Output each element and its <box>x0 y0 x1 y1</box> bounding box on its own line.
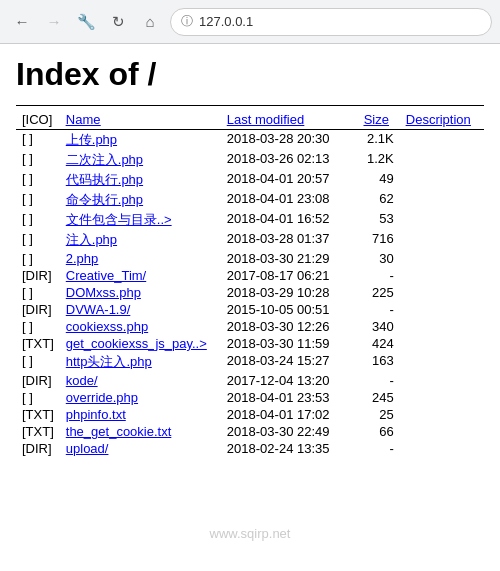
cell-ico: [ ] <box>16 210 60 230</box>
cell-date: 2018-04-01 16:52 <box>221 210 358 230</box>
cell-name: get_cookiexss_js_pay..> <box>60 335 221 352</box>
cell-ico: [ ] <box>16 250 60 267</box>
cell-ico: [TXT] <box>16 335 60 352</box>
cell-date: 2018-03-30 21:29 <box>221 250 358 267</box>
cell-desc <box>400 210 484 230</box>
cell-name: upload/ <box>60 440 221 457</box>
table-row: [ ]代码执行.php2018-04-01 20:5749 <box>16 170 484 190</box>
cell-size: 340 <box>358 318 400 335</box>
table-row: [ ]上传.php2018-03-28 20:302.1K <box>16 130 484 151</box>
cell-desc <box>400 372 484 389</box>
cell-date: 2018-03-30 12:26 <box>221 318 358 335</box>
file-link[interactable]: 二次注入.php <box>66 152 143 167</box>
table-header-row: [ICO] Name Last modified Size Descriptio… <box>16 110 484 130</box>
cell-size: - <box>358 372 400 389</box>
file-link[interactable]: 注入.php <box>66 232 117 247</box>
file-link[interactable]: kode/ <box>66 373 98 388</box>
cell-date: 2018-04-01 23:53 <box>221 389 358 406</box>
cell-desc <box>400 267 484 284</box>
cell-date: 2015-10-05 00:51 <box>221 301 358 318</box>
table-row: [ ]文件包含与目录..>2018-04-01 16:5253 <box>16 210 484 230</box>
cell-ico: [DIR] <box>16 440 60 457</box>
url-text: 127.0.0.1 <box>199 14 253 29</box>
address-bar[interactable]: ⓘ 127.0.0.1 <box>170 8 492 36</box>
cell-name: 上传.php <box>60 130 221 151</box>
cell-size: 225 <box>358 284 400 301</box>
cell-ico: [TXT] <box>16 406 60 423</box>
table-row: [ ]2.php2018-03-30 21:2930 <box>16 250 484 267</box>
cell-size: 716 <box>358 230 400 250</box>
file-link[interactable]: override.php <box>66 390 138 405</box>
cell-desc <box>400 301 484 318</box>
file-link[interactable]: the_get_cookie.txt <box>66 424 172 439</box>
cell-date: 2018-03-29 10:28 <box>221 284 358 301</box>
file-link[interactable]: get_cookiexss_js_pay..> <box>66 336 207 351</box>
header-desc[interactable]: Description <box>400 110 484 130</box>
cell-ico: [ ] <box>16 190 60 210</box>
file-link[interactable]: DVWA-1.9/ <box>66 302 131 317</box>
forward-button[interactable]: → <box>40 8 68 36</box>
cell-date: 2018-03-26 02:13 <box>221 150 358 170</box>
table-row: [ ]DOMxss.php2018-03-29 10:28225 <box>16 284 484 301</box>
cell-desc <box>400 150 484 170</box>
tools-button[interactable]: 🔧 <box>72 8 100 36</box>
cell-date: 2017-12-04 13:20 <box>221 372 358 389</box>
back-button[interactable]: ← <box>8 8 36 36</box>
cell-name: DOMxss.php <box>60 284 221 301</box>
title-divider <box>16 105 484 106</box>
table-row: [ ]cookiexss.php2018-03-30 12:26340 <box>16 318 484 335</box>
file-link[interactable]: phpinfo.txt <box>66 407 126 422</box>
file-link[interactable]: 2.php <box>66 251 99 266</box>
cell-size: - <box>358 301 400 318</box>
home-button[interactable]: ⌂ <box>136 8 164 36</box>
header-lastmod[interactable]: Last modified <box>221 110 358 130</box>
cell-date: 2018-03-30 22:49 <box>221 423 358 440</box>
cell-ico: [DIR] <box>16 301 60 318</box>
reload-button[interactable]: ↻ <box>104 8 132 36</box>
cell-size: - <box>358 267 400 284</box>
file-link[interactable]: DOMxss.php <box>66 285 141 300</box>
nav-buttons: ← → 🔧 ↻ ⌂ <box>8 8 164 36</box>
cell-ico: [DIR] <box>16 267 60 284</box>
header-size[interactable]: Size <box>358 110 400 130</box>
directory-table: [ICO] Name Last modified Size Descriptio… <box>16 110 484 457</box>
cell-size: 49 <box>358 170 400 190</box>
cell-ico: [ ] <box>16 230 60 250</box>
cell-date: 2018-03-30 11:59 <box>221 335 358 352</box>
file-link[interactable]: 文件包含与目录..> <box>66 212 172 227</box>
table-row: [ ]二次注入.php2018-03-26 02:131.2K <box>16 150 484 170</box>
cell-date: 2018-02-24 13:35 <box>221 440 358 457</box>
cell-size: - <box>358 440 400 457</box>
cell-date: 2018-04-01 23:08 <box>221 190 358 210</box>
cell-size: 245 <box>358 389 400 406</box>
cell-name: cookiexss.php <box>60 318 221 335</box>
cell-name: phpinfo.txt <box>60 406 221 423</box>
header-ico: [ICO] <box>16 110 60 130</box>
cell-size: 66 <box>358 423 400 440</box>
cell-desc <box>400 230 484 250</box>
file-link[interactable]: cookiexss.php <box>66 319 148 334</box>
file-link[interactable]: 上传.php <box>66 132 117 147</box>
file-link[interactable]: upload/ <box>66 441 109 456</box>
cell-desc <box>400 352 484 372</box>
cell-desc <box>400 318 484 335</box>
cell-size: 62 <box>358 190 400 210</box>
cell-desc <box>400 423 484 440</box>
file-link[interactable]: 代码执行.php <box>66 172 143 187</box>
file-link[interactable]: Creative_Tim/ <box>66 268 146 283</box>
cell-size: 1.2K <box>358 150 400 170</box>
page-title: Index of / <box>16 56 484 93</box>
cell-name: DVWA-1.9/ <box>60 301 221 318</box>
cell-size: 424 <box>358 335 400 352</box>
header-name[interactable]: Name <box>60 110 221 130</box>
cell-name: 代码执行.php <box>60 170 221 190</box>
file-link[interactable]: http头注入.php <box>66 354 152 369</box>
page-content: Index of / [ICO] Name Last modified Size… <box>0 44 500 469</box>
cell-name: http头注入.php <box>60 352 221 372</box>
cell-name: 文件包含与目录..> <box>60 210 221 230</box>
table-row: [DIR]kode/2017-12-04 13:20- <box>16 372 484 389</box>
cell-name: kode/ <box>60 372 221 389</box>
cell-date: 2018-04-01 17:02 <box>221 406 358 423</box>
cell-desc <box>400 335 484 352</box>
file-link[interactable]: 命令执行.php <box>66 192 143 207</box>
